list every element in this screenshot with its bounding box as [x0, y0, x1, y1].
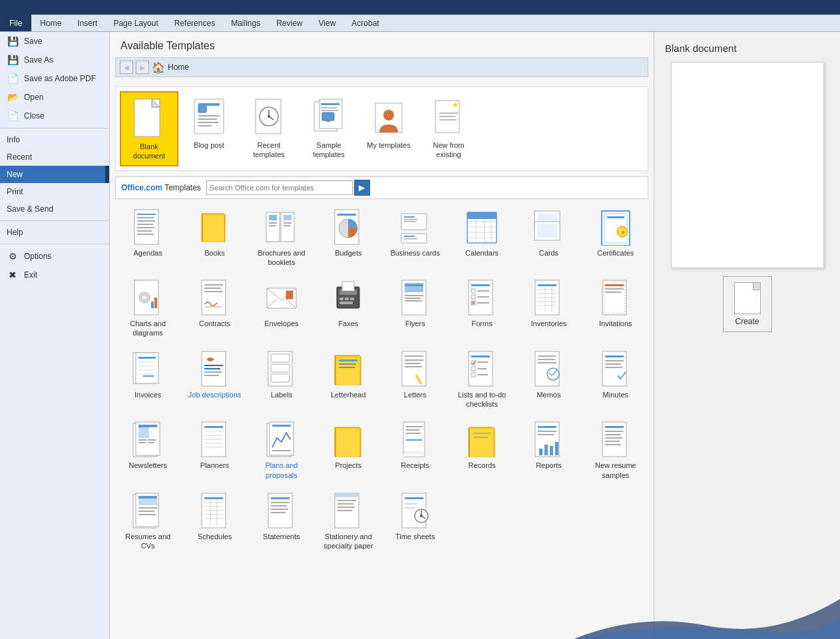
cat-forms[interactable]: Forms	[449, 274, 515, 343]
faxes-label: Faxes	[338, 319, 358, 328]
officecom-header: Office.com Templates ▶	[115, 176, 648, 199]
cat-envelopes[interactable]: Envelopes	[249, 274, 314, 343]
tab-insert[interactable]: Insert	[69, 15, 105, 31]
sidebar-help-label: Help	[7, 228, 23, 237]
cat-charts[interactable]: Charts and diagrams	[115, 274, 180, 343]
cat-flyers[interactable]: Flyers	[383, 274, 448, 343]
template-mytemplates[interactable]: My templates	[359, 91, 418, 166]
tab-review[interactable]: Review	[268, 15, 310, 31]
sidebar-item-save[interactable]: 💾 Save	[0, 32, 109, 51]
svg-rect-230	[271, 512, 286, 513]
sidebar-section-recent[interactable]: Recent	[0, 148, 109, 166]
tab-mailings[interactable]: Mailings	[223, 15, 268, 31]
sidebar-item-print[interactable]: Print	[0, 183, 109, 200]
cat-businesscards[interactable]: Business cards	[383, 203, 448, 273]
svg-rect-97	[405, 295, 423, 296]
search-input[interactable]	[206, 180, 353, 195]
tab-view[interactable]: View	[311, 15, 344, 31]
invitations-label: Invitations	[599, 319, 632, 328]
cat-schedules[interactable]: Schedules	[182, 487, 247, 556]
nav-home-button[interactable]: 🏠 Home	[152, 61, 189, 74]
cat-letterhead[interactable]: Letterhead	[315, 345, 381, 415]
svg-rect-191	[406, 439, 422, 441]
cat-jobdesc[interactable]: Job descriptions	[182, 345, 247, 415]
tab-home[interactable]: Home	[32, 15, 69, 31]
cat-letters[interactable]: Letters	[383, 345, 448, 415]
right-panel: Blank document Create	[654, 32, 840, 639]
svg-rect-134	[204, 368, 220, 369]
cat-projects[interactable]: Projects	[315, 415, 381, 485]
sidebar-item-open[interactable]: 📂 Open	[0, 88, 109, 106]
template-blogpost[interactable]: Blog post	[180, 91, 238, 166]
cat-certificates[interactable]: ★ Certificates	[583, 203, 648, 273]
template-recent[interactable]: Recent templates	[240, 91, 298, 166]
svg-rect-77	[154, 298, 157, 308]
create-button[interactable]: Create	[723, 276, 772, 332]
cat-plans[interactable]: Plans and proposals	[249, 415, 314, 485]
cat-budgets[interactable]: Budgets	[315, 203, 381, 273]
cat-calendars[interactable]: Calendars	[449, 203, 515, 273]
cat-agendas[interactable]: Agendas	[115, 203, 180, 273]
template-blank[interactable]: Blank document	[120, 91, 178, 166]
cat-records[interactable]: Records	[449, 415, 515, 485]
cat-minutes[interactable]: Minutes	[583, 345, 648, 415]
sidebar-item-saveaspdf[interactable]: 📄 Save as Adobe PDF	[0, 69, 109, 88]
tab-acrobat[interactable]: Acrobat	[343, 15, 387, 31]
cat-receipts[interactable]: Receipts	[383, 415, 448, 485]
tab-file[interactable]: File	[0, 15, 32, 32]
sidebar-item-close[interactable]: 📄 Close	[0, 106, 109, 125]
svg-rect-186	[272, 450, 291, 451]
sidebar-item-new[interactable]: New	[0, 166, 109, 183]
sidebar-exit-label: Exit	[24, 270, 37, 280]
sidebar-item-exit[interactable]: ✖ Exit	[0, 266, 109, 284]
cat-resumescvs[interactable]: Resumes and CVs	[115, 487, 180, 556]
svg-rect-161	[538, 362, 556, 363]
cat-lists[interactable]: Lists and to-do checklists	[449, 345, 515, 415]
cat-contracts[interactable]: Contracts	[182, 274, 247, 343]
certificates-label: Certificates	[597, 248, 634, 258]
template-sample[interactable]: Sample templates	[300, 91, 358, 166]
businesscards-icon	[397, 208, 434, 246]
lists-icon	[463, 350, 501, 387]
svg-rect-101	[471, 284, 490, 286]
svg-rect-153	[477, 361, 488, 363]
cat-inventories[interactable]: Inventories	[516, 274, 581, 343]
nav-back-button[interactable]: ◀	[120, 61, 133, 74]
timesheets-label: Time sheets	[395, 532, 435, 541]
cat-planners[interactable]: Planners	[182, 415, 247, 485]
cat-faxes[interactable]: Faxes	[315, 274, 381, 343]
sidebar-item-saveas[interactable]: 💾 Save As	[0, 51, 109, 69]
cat-cards[interactable]: Cards	[516, 203, 581, 273]
svg-rect-190	[406, 433, 421, 434]
sidebar-section-info[interactable]: Info	[0, 131, 109, 148]
cat-resumesamples[interactable]: New resume samples	[583, 415, 648, 485]
sidebar-save-label: Save	[24, 37, 42, 46]
sidebar-item-savesend[interactable]: Save & Send	[0, 200, 109, 218]
cat-books[interactable]: Books	[182, 203, 247, 273]
svg-rect-135	[204, 371, 222, 373]
svg-rect-121	[605, 288, 624, 290]
exit-icon: ✖	[7, 270, 19, 280]
svg-rect-228	[271, 505, 287, 507]
search-go-button[interactable]: ▶	[354, 180, 370, 196]
template-newexisting[interactable]: ✦ New from existing	[419, 91, 478, 166]
cat-memos[interactable]: Memos	[516, 345, 581, 415]
cat-brochures[interactable]: Brochures and booklets	[249, 203, 314, 273]
budgets-label: Budgets	[335, 248, 361, 258]
sidebar-item-options[interactable]: ⚙ Options	[0, 247, 109, 266]
cat-invitations[interactable]: Invitations	[583, 274, 648, 343]
cat-stationery[interactable]: Stationery and specialty paper	[315, 487, 381, 556]
tab-pagelayout[interactable]: Page Layout	[105, 15, 166, 31]
cat-newsletters[interactable]: Newsletters	[115, 415, 180, 485]
cat-labels[interactable]: Labels	[249, 345, 314, 415]
nav-forward-button[interactable]: ▶	[136, 61, 149, 74]
cat-timesheets[interactable]: Time sheets	[383, 487, 448, 556]
svg-rect-201	[555, 442, 558, 455]
tab-references[interactable]: References	[166, 15, 223, 31]
cat-reports[interactable]: Reports	[516, 415, 581, 485]
svg-rect-89	[339, 298, 343, 300]
cat-invoices[interactable]: Invoices	[115, 345, 180, 415]
flyers-icon	[397, 279, 434, 316]
cat-statements[interactable]: Statements	[249, 487, 314, 556]
sidebar-section-help[interactable]: Help	[0, 224, 109, 241]
